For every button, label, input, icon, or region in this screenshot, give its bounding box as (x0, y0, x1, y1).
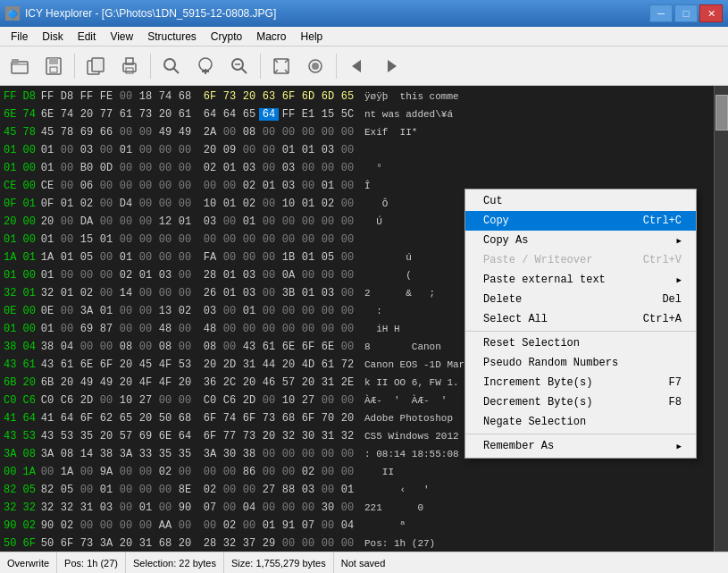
hex-byte[interactable]: 00 (338, 251, 357, 264)
copy-doc-button[interactable] (79, 50, 112, 82)
hex-byte[interactable]: C0 (200, 394, 220, 407)
hex-byte[interactable]: 20 (116, 358, 136, 371)
hex-byte[interactable]: 00 (338, 233, 357, 246)
hex-byte[interactable]: D4 (116, 198, 136, 210)
hex-byte[interactable]: 07 (298, 519, 318, 532)
hex-byte[interactable]: 10 (279, 198, 298, 210)
hex-byte[interactable]: 61 (259, 341, 279, 353)
hex-byte[interactable]: 43 (38, 358, 57, 371)
hex-byte[interactable]: 6E (318, 341, 338, 353)
hex-byte[interactable]: 00 (77, 341, 96, 353)
hex-byte[interactable]: 01 (116, 144, 136, 156)
hex-byte[interactable]: 2D (220, 358, 239, 371)
hex-byte[interactable]: 00 (57, 215, 77, 228)
menu-item-help[interactable]: Help (294, 27, 331, 46)
hex-byte[interactable]: 02 (77, 287, 96, 299)
hex-byte[interactable]: 00 (279, 448, 298, 460)
hex-byte[interactable]: 32 (38, 501, 57, 514)
hex-byte[interactable]: 00 (298, 162, 318, 174)
hex-byte[interactable]: 6F (96, 358, 116, 371)
hex-byte[interactable]: 05 (57, 484, 77, 496)
hex-byte[interactable]: 00 (298, 269, 318, 282)
hex-byte[interactable]: 00 (338, 501, 357, 514)
hex-byte[interactable]: 00 (338, 198, 357, 210)
hex-byte[interactable]: E1 (298, 108, 318, 121)
hex-byte[interactable]: 01 (220, 198, 239, 210)
hex-byte[interactable]: 00 (279, 323, 298, 335)
hex-byte[interactable]: 00 (338, 323, 357, 335)
hex-byte[interactable]: 30 (220, 448, 239, 460)
hex-byte[interactable]: 00 (298, 537, 318, 550)
hex-byte[interactable]: 03 (239, 287, 259, 299)
hex-byte[interactable]: 00 (338, 215, 357, 228)
hex-byte[interactable]: 6E (155, 430, 175, 442)
hex-byte[interactable]: 57 (279, 376, 298, 389)
hex-byte[interactable]: 20 (38, 215, 57, 228)
hex-byte[interactable]: 00 (136, 323, 155, 335)
hex-byte[interactable]: 49 (155, 126, 175, 139)
hex-byte[interactable]: 3A (116, 448, 136, 460)
hex-byte[interactable]: 00 (175, 269, 195, 282)
hex-byte[interactable]: 00 (57, 305, 77, 317)
hex-byte[interactable]: 00 (57, 233, 77, 246)
hex-byte[interactable]: 00 (57, 180, 77, 192)
hex-byte[interactable]: 00 (155, 484, 175, 496)
hex-byte[interactable]: 00 (57, 144, 77, 156)
hex-byte[interactable]: 00 (239, 323, 259, 335)
hex-byte[interactable]: 74 (57, 108, 77, 121)
hex-byte[interactable]: 31 (77, 501, 96, 514)
context-menu-item-negate[interactable]: Negate Selection (465, 412, 696, 432)
hex-byte[interactable]: 69 (77, 323, 96, 335)
maximize-button[interactable]: □ (674, 4, 698, 22)
hex-byte[interactable]: 63 (259, 90, 279, 103)
hex-byte[interactable]: 00 (136, 144, 155, 156)
forward-button[interactable] (375, 50, 407, 82)
hex-byte[interactable]: 00 (259, 466, 279, 478)
hex-byte[interactable]: 20 (96, 430, 116, 442)
hex-byte[interactable]: 02 (239, 198, 259, 210)
context-menu-item-decrement[interactable]: Decrement Byte(s)F8 (465, 392, 696, 412)
hex-byte[interactable]: 02 (155, 466, 175, 478)
hex-byte[interactable]: 00 (220, 501, 239, 514)
save-button[interactable] (38, 50, 70, 82)
hex-byte[interactable]: 00 (318, 466, 338, 478)
hex-byte[interactable]: 01 (38, 269, 57, 282)
hex-byte[interactable]: 64 (220, 108, 239, 121)
context-menu-item-copy[interactable]: CopyCtrl+C (465, 211, 696, 231)
hex-byte[interactable]: 6D (298, 90, 318, 103)
hex-byte[interactable]: 36 (200, 376, 220, 389)
hex-byte[interactable]: 6F (298, 341, 318, 353)
hex-byte[interactable]: FF (77, 90, 96, 103)
hex-byte[interactable]: 00 (96, 144, 116, 156)
hex-byte[interactable]: 3A (96, 537, 116, 550)
hex-byte[interactable]: 32 (57, 501, 77, 514)
hex-byte[interactable]: 4F (155, 376, 175, 389)
hex-byte[interactable]: 00 (239, 144, 259, 156)
hex-byte[interactable]: 00 (239, 484, 259, 496)
hex-byte[interactable]: 03 (279, 162, 298, 174)
hex-byte[interactable]: 00 (96, 269, 116, 282)
hex-byte[interactable]: 00 (116, 466, 136, 478)
hex-byte[interactable]: 07 (200, 501, 220, 514)
hex-byte[interactable]: D8 (57, 90, 77, 103)
hex-byte[interactable]: 01 (239, 305, 259, 317)
hex-byte[interactable]: 00 (175, 287, 195, 299)
hex-byte[interactable]: 00 (318, 448, 338, 460)
hex-byte[interactable]: 00 (259, 305, 279, 317)
hex-byte[interactable]: 00 (220, 215, 239, 228)
hex-byte[interactable]: 00 (175, 180, 195, 192)
hex-byte[interactable]: 86 (239, 466, 259, 478)
hex-byte[interactable]: 64 (57, 412, 77, 425)
hex-byte[interactable]: 18 (136, 90, 155, 103)
hex-byte[interactable]: 46 (259, 376, 279, 389)
hex-byte[interactable]: 31 (318, 376, 338, 389)
hex-byte[interactable]: 03 (155, 269, 175, 282)
hex-byte[interactable]: 15 (318, 108, 338, 121)
hex-byte[interactable]: 00 (96, 519, 116, 532)
hex-byte[interactable]: 00 (318, 537, 338, 550)
hex-byte[interactable]: 68 (155, 537, 175, 550)
hex-byte[interactable]: 6E (77, 358, 96, 371)
hex-byte[interactable]: 38 (239, 448, 259, 460)
hex-byte[interactable]: 00 (279, 233, 298, 246)
hex-byte[interactable]: 00 (155, 180, 175, 192)
